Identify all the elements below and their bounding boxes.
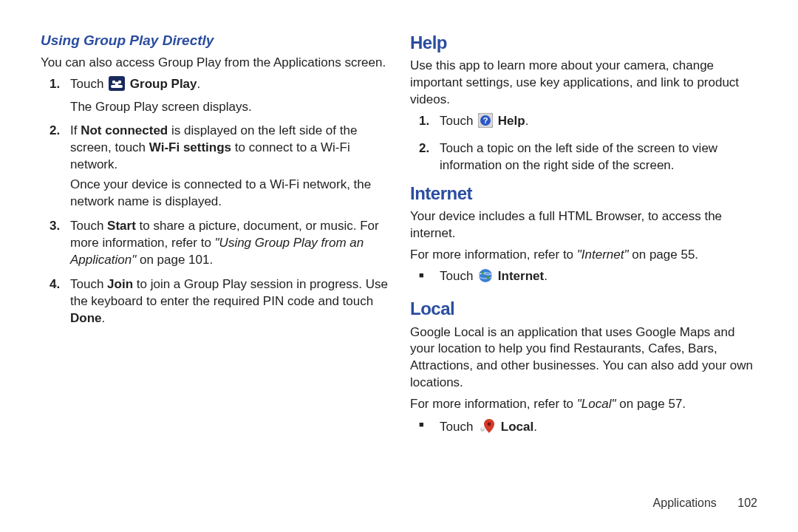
internet-intro: Your device includes a full HTML Browser… [410,208,757,242]
heading-help: Help [410,31,757,55]
step1-pre: Touch [70,77,107,91]
help-step1-bold: Help [498,114,525,128]
svg-point-3 [115,81,119,85]
local-ref: For more information, refer to "Local" o… [410,396,757,413]
internet-bullet-bold: Internet [498,269,544,283]
step1-sub: The Group Play screen displays. [70,99,388,116]
local-pin-icon [478,417,496,439]
step3-b1: Start [107,219,136,233]
step3-pre: Touch [70,219,107,233]
heading-internet: Internet [410,182,757,205]
step1-bold: Group Play [130,77,197,91]
manual-page: Using Group Play Directly You can also a… [0,0,798,532]
help-steps: Touch ? Help. Touch a topic on the left … [410,113,757,174]
svg-point-1 [112,80,115,83]
left-column: Using Group Play Directly You can also a… [41,31,388,510]
local-bullet-bold: Local [501,420,533,434]
step-3: Touch Start to share a picture, document… [41,218,388,269]
heading-local: Local [410,297,757,321]
local-ref-italic: "Local" [577,397,616,411]
help-step-1: Touch ? Help. [410,113,757,133]
step4-b2: Done [70,311,102,325]
step2-b1: Not connected [81,123,168,137]
step2-sub: Once your device is connected to a Wi-Fi… [70,177,388,211]
internet-ref-tail: on page 55. [629,248,699,262]
intro-group-play: You can also access Group Play from the … [41,55,388,72]
footer-section: Applications [653,497,717,509]
help-icon: ? [478,113,493,133]
local-ref-pre: For more information, refer to [410,397,577,411]
subheading-group-play: Using Group Play Directly [41,31,388,50]
footer-page-number: 102 [737,497,757,509]
local-bullet-tail: . [533,420,537,434]
svg-point-11 [481,427,484,430]
right-column: Help Use this app to learn more about yo… [410,31,757,510]
help-step1-pre: Touch [440,114,477,128]
help-step-2: Touch a topic on the left side of the sc… [410,140,757,174]
svg-rect-4 [111,85,123,88]
local-intro: Google Local is an application that uses… [410,324,757,392]
internet-bullet-tail: . [544,269,548,283]
svg-point-12 [488,423,491,426]
step-2: If Not connected is displayed on the lef… [41,123,388,211]
local-ref-tail: on page 57. [616,397,686,411]
internet-bullet: Touch Internet. [410,268,757,288]
step4-b1: Join [107,277,133,291]
help-intro: Use this app to learn more about your ca… [410,58,757,109]
step2-b2: Wi-Fi settings [149,140,231,154]
step-1: Touch Group Play. The Group Play screen … [41,76,388,116]
svg-text:?: ? [483,116,488,125]
internet-ref-italic: "Internet" [577,248,629,262]
internet-ref-pre: For more information, refer to [410,248,577,262]
step4-tail: . [102,311,106,325]
local-bullet-pre: Touch [440,420,477,434]
local-bullet: Touch Local. [410,417,757,439]
svg-point-8 [479,269,492,282]
step-4: Touch Join to join a Group Play session … [41,276,388,327]
step4-pre: Touch [70,277,107,291]
svg-point-2 [118,80,121,83]
group-play-icon [109,76,125,96]
step3-tail: on page 101. [136,253,213,267]
step1-tail: . [197,77,201,91]
globe-icon [478,268,493,288]
internet-ref: For more information, refer to "Internet… [410,247,757,264]
group-play-steps: Touch Group Play. The Group Play screen … [41,76,388,327]
help-step1-tail: . [525,114,529,128]
page-footer: Applications 102 [653,495,757,511]
step2-pre: If [70,123,81,137]
internet-bullet-pre: Touch [440,269,477,283]
